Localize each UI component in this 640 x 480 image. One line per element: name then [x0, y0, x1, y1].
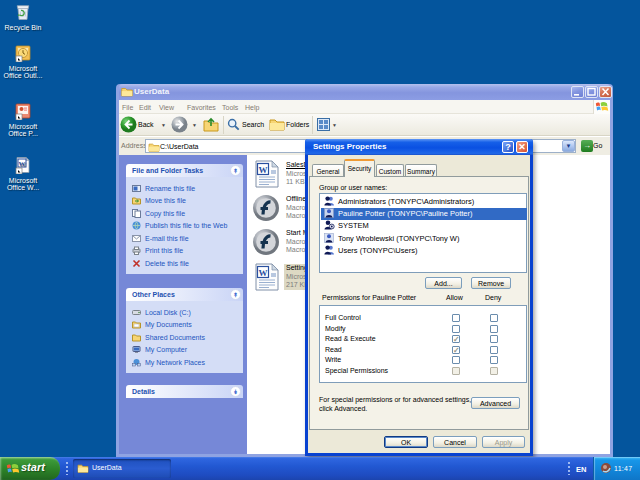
svg-text:W: W	[259, 165, 268, 175]
svg-text:W: W	[19, 160, 26, 168]
svg-text:W: W	[259, 268, 268, 278]
